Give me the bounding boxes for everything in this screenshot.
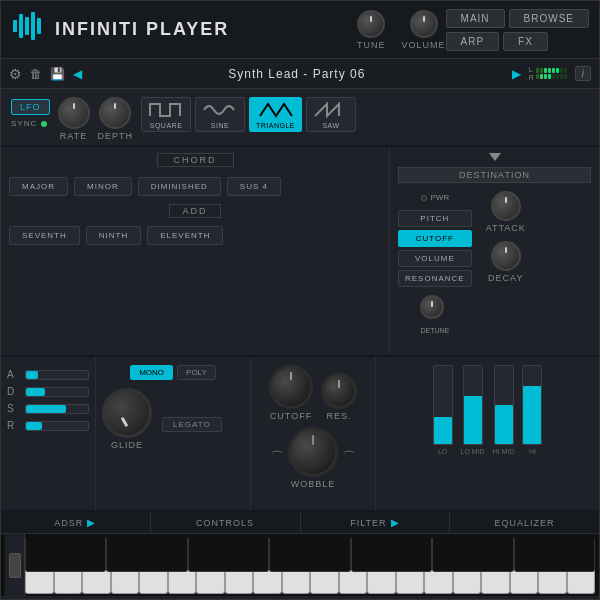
- chord-panel: CHORD MAJOR MINOR DIMINISHED SUS 4 ADD S…: [1, 147, 389, 355]
- next-preset-arrow[interactable]: ▶: [512, 67, 521, 81]
- legato-button[interactable]: LEGATO: [162, 417, 222, 432]
- adsr-tab-arrow: ▶: [87, 517, 96, 528]
- eq-hi-bar[interactable]: [522, 365, 542, 445]
- rate-knob[interactable]: [58, 97, 90, 129]
- add-label: ADD: [169, 204, 220, 218]
- cutoff-btn[interactable]: CUTOFF: [398, 230, 472, 247]
- depth-knob[interactable]: [99, 97, 131, 129]
- glide-knob[interactable]: [102, 388, 152, 438]
- black-key-2[interactable]: [106, 538, 187, 572]
- trash-icon[interactable]: 🗑: [30, 67, 42, 81]
- pitch-btn[interactable]: PITCH: [398, 210, 472, 227]
- keyboard-scroll[interactable]: [5, 534, 25, 596]
- major-btn[interactable]: MAJOR: [9, 177, 68, 196]
- cutoff-label: CUTOFF: [270, 411, 312, 421]
- ninth-btn[interactable]: NINTH: [86, 226, 141, 245]
- bottom-tabs: ADSR ▶ CONTROLS FILTER ▶ EQUALIZER: [1, 512, 599, 534]
- decay-knob-area: DECAY: [488, 241, 523, 283]
- black-key-7[interactable]: [514, 538, 595, 572]
- svg-rect-1: [19, 14, 23, 38]
- eq-lo-label: LO: [438, 448, 447, 455]
- eq-himid-fill: [495, 405, 513, 444]
- detune-knob[interactable]: [420, 295, 444, 319]
- middle-area: CHORD MAJOR MINOR DIMINISHED SUS 4 ADD S…: [1, 147, 599, 357]
- minor-btn[interactable]: MINOR: [74, 177, 132, 196]
- sync-label: SYNC: [11, 119, 37, 128]
- scroll-knob[interactable]: [9, 553, 21, 578]
- fx-button[interactable]: FX: [503, 32, 548, 51]
- prev-preset-arrow[interactable]: ◀: [73, 67, 82, 81]
- filter-right-arrow: ⌒: [342, 449, 356, 467]
- eleventh-btn[interactable]: ELEVENTH: [147, 226, 223, 245]
- eq-section: LO LO MID HI MID: [376, 357, 599, 510]
- bottom-area: A D S R: [1, 357, 599, 512]
- triangle-wave-btn[interactable]: TRIANGLE: [249, 97, 302, 132]
- chord-label: CHORD: [157, 153, 234, 167]
- preset-bar: ⚙ 🗑 💾 ◀ Synth Lead - Party 06 ▶ L R: [1, 59, 599, 89]
- cutoff-knob[interactable]: [269, 365, 313, 409]
- rate-label: RATE: [60, 131, 87, 141]
- arp-button[interactable]: ARP: [446, 32, 500, 51]
- adsr-s-slider[interactable]: [25, 404, 89, 414]
- tab-filter[interactable]: FILTER ▶: [301, 512, 451, 533]
- info-button[interactable]: i: [575, 66, 591, 81]
- browse-button[interactable]: BROWSE: [509, 9, 589, 28]
- adsr-d-slider[interactable]: [25, 387, 89, 397]
- eq-lo-bar[interactable]: [433, 365, 453, 445]
- cutoff-knob-area: CUTOFF: [269, 365, 313, 421]
- res-knob[interactable]: [321, 373, 357, 409]
- level-meter: L R: [529, 66, 567, 81]
- gear-icon[interactable]: ⚙: [9, 66, 22, 82]
- volume-label: VOLUME: [402, 40, 446, 50]
- tab-equalizer[interactable]: EQUALIZER: [450, 512, 599, 533]
- chord-row-1: MAJOR MINOR DIMINISHED SUS 4: [9, 177, 381, 196]
- adsr-a-slider[interactable]: [25, 370, 89, 380]
- main-button[interactable]: MAIN: [446, 9, 505, 28]
- volume-knob[interactable]: [410, 10, 438, 38]
- sine-wave-btn[interactable]: SINE: [195, 97, 245, 132]
- save-icon[interactable]: 💾: [50, 67, 65, 81]
- header-btn-row-1: MAIN BROWSE: [446, 9, 589, 28]
- eq-lo-col: LO: [433, 365, 453, 455]
- mono-poly-row: MONO POLY: [102, 365, 244, 380]
- eq-lo-fill: [434, 417, 452, 444]
- diminished-btn[interactable]: DIMINISHED: [138, 177, 221, 196]
- square-wave-btn[interactable]: SQUARE: [141, 97, 191, 132]
- attack-knob-area: ATTACK: [486, 191, 526, 233]
- decay-knob[interactable]: [491, 241, 521, 271]
- filter-left-arrow: ⌒: [270, 449, 284, 467]
- saw-wave-btn[interactable]: SAW: [306, 97, 356, 132]
- seventh-btn[interactable]: SEVENTH: [9, 226, 80, 245]
- eq-himid-col: HI MID: [493, 365, 515, 455]
- adsr-r-row: R: [7, 420, 89, 431]
- lfo-section: LFO SYNC RATE DEPTH SQ: [1, 89, 599, 147]
- wobble-knob[interactable]: [288, 427, 338, 477]
- sync-dot: [41, 121, 47, 127]
- tune-knob[interactable]: [357, 10, 385, 38]
- tab-controls[interactable]: CONTROLS: [151, 512, 301, 533]
- eq-himid-bar[interactable]: [494, 365, 514, 445]
- black-key-5[interactable]: [351, 538, 432, 572]
- mono-button[interactable]: MONO: [130, 365, 173, 380]
- eq-lomid-bar[interactable]: [463, 365, 483, 445]
- black-key-1[interactable]: [25, 538, 106, 572]
- black-key-4[interactable]: [269, 538, 350, 572]
- adsr-r-slider[interactable]: [25, 421, 89, 431]
- sus4-btn[interactable]: SUS 4: [227, 177, 281, 196]
- sine-label: SINE: [211, 122, 229, 129]
- resonance-btn[interactable]: RESONANCE: [398, 270, 472, 287]
- adsr-a-fill: [26, 371, 38, 379]
- black-key-6[interactable]: [432, 538, 513, 572]
- volume-dest-btn[interactable]: VOLUME: [398, 250, 472, 267]
- lfo-controls-left: LFO SYNC: [11, 97, 50, 128]
- svg-rect-0: [13, 20, 17, 32]
- tab-adsr[interactable]: ADSR ▶: [1, 512, 151, 533]
- destination-header: DESTINATION: [398, 167, 591, 183]
- poly-button[interactable]: POLY: [177, 365, 216, 380]
- lfo-button[interactable]: LFO: [11, 99, 50, 115]
- attack-knob[interactable]: [491, 191, 521, 221]
- eq-hi-label: HI: [529, 448, 536, 455]
- meter-bars: [536, 68, 567, 79]
- triangle-label: TRIANGLE: [256, 122, 295, 129]
- black-key-3[interactable]: [188, 538, 269, 572]
